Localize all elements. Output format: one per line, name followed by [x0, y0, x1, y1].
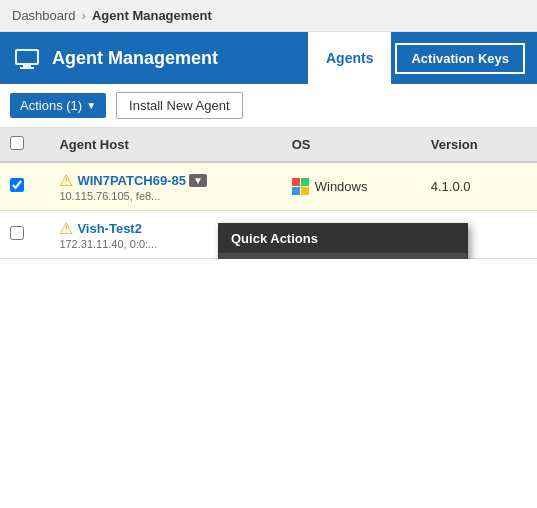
quick-actions-title: Quick Actions: [219, 224, 467, 253]
os-cell: Windows: [282, 162, 421, 211]
breadcrumb-separator: ›: [82, 8, 86, 23]
breadcrumb-current: Agent Management: [92, 8, 212, 23]
header-title: Agent Management: [52, 48, 308, 69]
header-version: Version: [421, 128, 537, 162]
svg-rect-2: [20, 67, 34, 69]
quick-actions-trigger[interactable]: ▼: [189, 174, 207, 187]
header-tabs: Agents Activation Keys: [308, 32, 525, 84]
version-label: 4.1.0.0: [431, 179, 471, 194]
version-cell: 4.1.0.0: [421, 162, 537, 211]
agent-name-link[interactable]: Vish-Test2: [77, 221, 142, 236]
row-checkbox-cell: [0, 211, 49, 259]
windows-icon: [292, 178, 310, 196]
row-checkbox[interactable]: [10, 226, 24, 240]
toolbar: Actions (1) ▼ Install New Agent: [0, 84, 537, 128]
agent-header: Agent Management Agents Activation Keys: [0, 32, 537, 84]
breadcrumb-dashboard[interactable]: Dashboard: [12, 8, 76, 23]
table-header-row: Agent Host OS Version: [0, 128, 537, 162]
warning-icon: ⚠: [59, 171, 73, 190]
row-checkbox-cell: [0, 162, 49, 211]
row-checkbox[interactable]: [10, 178, 24, 192]
quick-action-view-asset[interactable]: View Asset Details: [219, 253, 467, 259]
header-agent-host: Agent Host: [49, 128, 281, 162]
header-checkbox-col: [0, 128, 49, 162]
install-new-agent-button[interactable]: Install New Agent: [116, 92, 242, 119]
actions-button[interactable]: Actions (1) ▼: [10, 93, 106, 118]
table-container: Agent Host OS Version ⚠ WIN7PATCH69-85 ▼…: [0, 128, 537, 259]
agent-name-link[interactable]: WIN7PATCH69-85: [77, 173, 186, 188]
chevron-down-icon: ▼: [86, 100, 96, 111]
quick-actions-dropdown: Quick Actions View Asset Details Add Tag…: [218, 223, 468, 259]
svg-rect-3: [17, 51, 37, 63]
select-all-checkbox[interactable]: [10, 136, 24, 150]
agent-ip: 10.115.76.105, fe8...: [59, 190, 271, 202]
table-row: ⚠ WIN7PATCH69-85 ▼ 10.115.76.105, fe8...: [0, 162, 537, 211]
header-os: OS: [282, 128, 421, 162]
agent-icon: [12, 47, 42, 69]
tab-agents[interactable]: Agents: [308, 32, 391, 84]
warning-icon: ⚠: [59, 219, 73, 238]
agent-host-cell: ⚠ WIN7PATCH69-85 ▼ 10.115.76.105, fe8...: [49, 162, 281, 211]
actions-label: Actions (1): [20, 98, 82, 113]
tab-activation-keys[interactable]: Activation Keys: [395, 43, 525, 74]
svg-rect-1: [23, 65, 31, 67]
breadcrumb: Dashboard › Agent Management: [0, 0, 537, 32]
os-label: Windows: [315, 179, 368, 194]
